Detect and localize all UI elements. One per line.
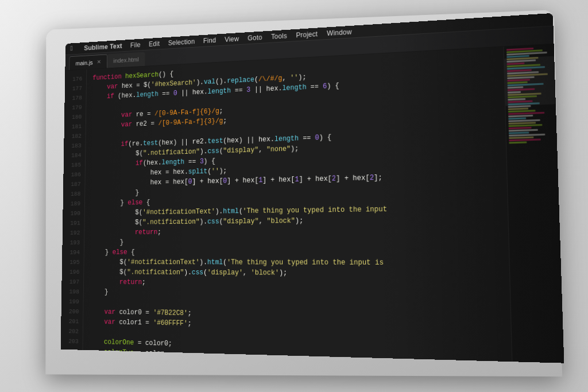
line-num: 198 [69,286,79,296]
tab-main-js[interactable]: main.js ✕ [69,54,107,70]
line-numbers: 176 177 178 179 180 181 182 183 184 185 … [61,69,87,350]
line-num: 195 [69,257,80,267]
tab-index-html[interactable]: index.html [107,52,145,68]
menu-window[interactable]: Window [327,28,352,37]
line-num: 201 [69,316,79,327]
menu-goto[interactable]: Goto [247,33,262,41]
code-line: } else { [90,246,501,257]
app-name[interactable]: Sublime Text [84,42,122,52]
menu-edit[interactable]: Edit [149,40,160,48]
line-num: 176 [72,74,82,84]
line-num: 182 [72,131,82,141]
line-num: 185 [71,160,81,169]
laptop-body:  Sublime Text File Edit Selection Find … [45,10,562,377]
line-num: 191 [70,218,80,228]
line-num: 179 [72,102,82,112]
menu-view[interactable]: View [225,34,239,43]
tab-main-js-label: main.js [75,59,92,66]
menu-find[interactable]: Find [203,36,216,44]
laptop:  Sublime Text File Edit Selection Find … [45,10,562,377]
code-line: $('#notificationText').html('The thing y… [90,257,502,268]
screen:  Sublime Text File Edit Selection Find … [61,13,564,363]
apple-icon:  [70,44,74,52]
menu-selection[interactable]: Selection [168,37,195,46]
code-line: $(".notification").css('display', 'block… [90,267,502,280]
line-num: 187 [71,179,80,189]
line-num: 200 [69,306,79,317]
line-num: 177 [72,83,82,93]
editor-body: 176 177 178 179 180 181 182 183 184 185 … [61,44,564,363]
menu-file[interactable]: File [130,41,141,49]
line-num: 197 [69,277,80,286]
tab-index-html-label: index.html [113,56,138,64]
menu-tools[interactable]: Tools [271,32,287,40]
line-num: 202 [68,326,79,336]
code-editor[interactable]: function hexSearch() { var hex = $('#hex… [83,46,512,362]
tab-main-js-close[interactable]: ✕ [96,59,100,65]
line-num: 196 [69,267,80,277]
line-num: 180 [72,112,82,122]
line-num: 199 [69,296,79,306]
line-num: 188 [71,189,80,199]
line-num: 194 [69,247,80,257]
line-num: 190 [70,208,80,218]
line-num: 193 [70,238,80,247]
line-num: 184 [71,150,81,160]
line-num: 181 [72,121,82,131]
minimap [503,44,564,363]
line-num: 186 [71,169,80,179]
line-num: 183 [71,141,81,150]
menu-project[interactable]: Project [296,29,318,38]
line-num: 192 [70,228,80,238]
line-num: 178 [72,93,82,103]
editor: main.js ✕ index.html 176 177 178 179 [61,26,564,363]
line-num: 203 [68,336,79,346]
line-num: 189 [71,199,80,208]
